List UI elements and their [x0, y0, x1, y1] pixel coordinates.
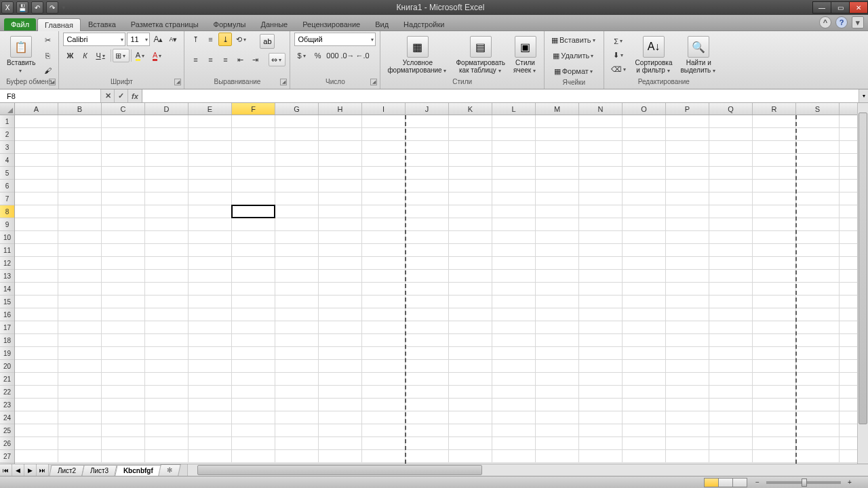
increase-indent-icon[interactable]: ⇥: [248, 53, 262, 66]
column-header[interactable]: N: [579, 103, 623, 115]
row-header[interactable]: 1: [0, 115, 14, 128]
row-header[interactable]: 4: [0, 154, 14, 167]
row-header[interactable]: 23: [0, 399, 14, 411]
tab-рецензирование[interactable]: Рецензирование: [295, 18, 368, 30]
excel-icon[interactable]: X: [1, 1, 14, 14]
decrease-indent-icon[interactable]: ⇤: [233, 53, 247, 66]
expand-formula-bar-icon[interactable]: ▾: [859, 89, 868, 102]
row-header[interactable]: 11: [0, 244, 14, 257]
font-name-select[interactable]: Calibri▾: [63, 33, 125, 46]
format-cells-button[interactable]: ▦ Формат ▾: [549, 64, 599, 79]
increase-decimal-icon[interactable]: .0→: [341, 49, 355, 62]
sort-filter-button[interactable]: A↓ Сортировка и фильтр ▾: [633, 35, 675, 76]
tab-данные[interactable]: Данные: [253, 18, 295, 30]
minimize-button[interactable]: —: [812, 1, 831, 14]
find-select-button[interactable]: 🔍 Найти и выделить ▾: [677, 35, 719, 76]
fill-color-button[interactable]: A▾: [133, 49, 149, 62]
row-header[interactable]: 5: [0, 167, 14, 180]
qat-customize-icon[interactable]: ▼: [61, 5, 68, 11]
help-icon[interactable]: ?: [835, 16, 848, 28]
align-right-icon[interactable]: ≡: [218, 53, 232, 66]
worksheet-grid[interactable]: ABCDEFGHIJKLMNOPQRS 12345678910111213141…: [0, 103, 868, 464]
cell-styles-button[interactable]: ▣ Стили ячеек ▾: [511, 35, 540, 76]
fill-button[interactable]: ⬇ ▾: [608, 49, 630, 62]
zoom-slider[interactable]: [766, 481, 841, 484]
align-top-icon[interactable]: ⤒: [189, 33, 202, 46]
view-page-break-button[interactable]: [732, 478, 747, 487]
zoom-thumb[interactable]: [802, 479, 807, 487]
formula-input[interactable]: [142, 89, 859, 102]
insert-function-icon[interactable]: fx: [128, 89, 142, 102]
row-header[interactable]: 14: [0, 283, 14, 296]
clear-button[interactable]: ⌫ ▾: [608, 63, 630, 77]
row-header[interactable]: 20: [0, 360, 14, 373]
column-header[interactable]: F: [232, 103, 275, 115]
vertical-scrollbar[interactable]: [857, 103, 868, 464]
horizontal-scrollbar[interactable]: [187, 464, 868, 476]
sheet-nav-prev-icon[interactable]: ◀: [12, 464, 24, 476]
format-painter-icon[interactable]: 🖌: [41, 64, 54, 77]
column-header[interactable]: B: [58, 103, 102, 115]
sheet-nav-first-icon[interactable]: ⏮: [0, 464, 12, 476]
redo-icon[interactable]: ↷: [46, 1, 58, 14]
tab-вид[interactable]: Вид: [368, 18, 396, 30]
tab-надстройки[interactable]: Надстройки: [396, 18, 452, 30]
sheet-tab[interactable]: Лист3: [82, 465, 118, 476]
row-header[interactable]: 25: [0, 424, 14, 437]
minimize-ribbon-icon[interactable]: ^: [819, 16, 831, 28]
sheet-tab[interactable]: Kbcnbfgf: [115, 465, 161, 476]
column-header[interactable]: O: [623, 103, 666, 115]
row-header[interactable]: 18: [0, 334, 14, 347]
column-header[interactable]: A: [15, 103, 58, 115]
align-left-icon[interactable]: ≡: [189, 53, 202, 66]
column-header[interactable]: P: [666, 103, 709, 115]
column-headers[interactable]: ABCDEFGHIJKLMNOPQRS: [15, 103, 857, 115]
row-header[interactable]: 9: [0, 218, 14, 231]
row-header[interactable]: 24: [0, 411, 14, 424]
tab-вставка[interactable]: Вставка: [81, 18, 123, 30]
wrap-text-button[interactable]: ab: [257, 33, 277, 50]
row-header[interactable]: 21: [0, 373, 14, 386]
column-header[interactable]: E: [189, 103, 232, 115]
tab-file[interactable]: Файл: [4, 18, 36, 30]
row-header[interactable]: 3: [0, 141, 14, 154]
enter-entry-icon[interactable]: ✓: [115, 89, 127, 102]
save-icon[interactable]: 💾: [16, 1, 28, 14]
close-button[interactable]: ✕: [849, 1, 868, 14]
merge-center-button[interactable]: ⇔▾: [269, 53, 285, 66]
row-header[interactable]: 10: [0, 231, 14, 244]
align-center-icon[interactable]: ≡: [203, 53, 217, 66]
window-options-icon[interactable]: ▾: [852, 16, 864, 28]
column-header[interactable]: H: [319, 103, 362, 115]
column-header[interactable]: S: [796, 103, 840, 115]
grow-font-icon[interactable]: A▴: [151, 33, 165, 46]
tab-формулы[interactable]: Формулы: [206, 18, 254, 30]
row-header[interactable]: 7: [0, 192, 14, 205]
comma-style-button[interactable]: 000: [326, 49, 340, 62]
cancel-entry-icon[interactable]: ✕: [102, 89, 115, 102]
copy-icon[interactable]: ⎘: [41, 49, 54, 62]
horizontal-scroll-thumb[interactable]: [197, 465, 482, 475]
sheet-tab[interactable]: Лист2: [49, 465, 85, 476]
cut-icon[interactable]: ✂: [41, 34, 54, 47]
underline-button[interactable]: Ч▾: [93, 49, 108, 62]
decrease-decimal-icon[interactable]: ←.0: [356, 49, 370, 62]
number-format-select[interactable]: Общий▾: [294, 33, 376, 46]
row-header[interactable]: 6: [0, 180, 14, 192]
row-header[interactable]: 27: [0, 450, 14, 463]
delete-cells-button[interactable]: ▦ Удалить ▾: [549, 48, 599, 63]
align-middle-icon[interactable]: ≡: [203, 33, 217, 46]
active-cell[interactable]: [231, 205, 275, 218]
select-all-corner[interactable]: [0, 103, 15, 115]
column-header[interactable]: G: [275, 103, 319, 115]
maximize-button[interactable]: ▭: [831, 1, 850, 14]
sheet-nav-last-icon[interactable]: ⏭: [37, 464, 49, 476]
tab-разметка страницы[interactable]: Разметка страницы: [123, 18, 206, 30]
row-header[interactable]: 12: [0, 257, 14, 270]
bold-button[interactable]: Ж: [63, 49, 77, 62]
currency-button[interactable]: $▾: [294, 49, 309, 62]
dialog-launcher-icon[interactable]: ◢: [174, 79, 181, 85]
dialog-launcher-icon[interactable]: ◢: [370, 79, 377, 85]
borders-button[interactable]: ⊞▾: [113, 49, 130, 62]
row-header[interactable]: 17: [0, 321, 14, 334]
